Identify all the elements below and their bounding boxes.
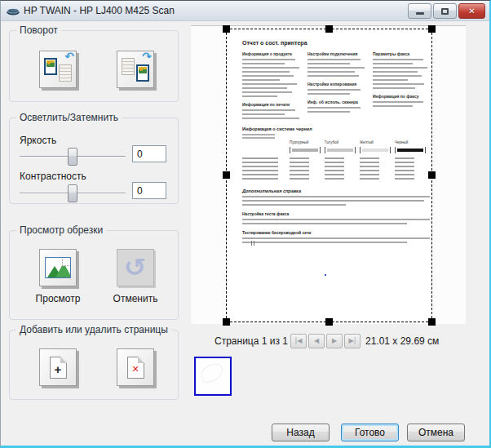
selection-handle[interactable] xyxy=(428,25,436,33)
rotate-right-button[interactable]: ↷ xyxy=(117,51,154,88)
scan-artifact-dot xyxy=(325,274,326,276)
page-nav-row: Страница 1 из 1 |◀ ◀ ▶ ▶| 21.01 x 29.69 … xyxy=(191,334,484,350)
crop-preview-icon xyxy=(45,257,71,278)
crop-undo-button-label: Отменить xyxy=(97,293,174,304)
scanner-app-icon xyxy=(7,4,20,17)
minimize-icon xyxy=(416,12,424,15)
scanned-doc-title: Отчет о сост. принтера xyxy=(242,40,307,46)
scanned-doc-column: Параметры факса Информация по факсу xyxy=(373,51,430,109)
delete-page-icon: ✕ xyxy=(127,357,144,379)
crop-undo-button[interactable]: ↺ xyxy=(117,249,154,286)
selection-handle[interactable] xyxy=(223,318,230,326)
maximize-icon xyxy=(441,8,449,15)
pages-group: Добавить или удалить страницы + ✕ xyxy=(9,330,179,400)
selection-handle[interactable] xyxy=(223,25,230,33)
selection-handle[interactable] xyxy=(223,171,230,179)
rotate-group: Поворот ↶ ↷ xyxy=(9,30,179,102)
maximize-button[interactable] xyxy=(433,3,457,19)
rotate-left-button[interactable]: ↶ xyxy=(39,51,77,88)
scan-preview-panel[interactable]: Отчет о сост. принтера Информация о прод… xyxy=(191,25,466,324)
scanned-doc-column: Информация о продукте Информация по печа… xyxy=(242,51,303,122)
selection-handle[interactable] xyxy=(325,25,333,33)
minimize-button[interactable] xyxy=(408,3,431,19)
scan-size-label: 21.01 x 29.69 см xyxy=(365,335,439,347)
cancel-button[interactable]: Отмена xyxy=(407,424,465,441)
hp-twain-window: HP TWAIN - HP LJ400 M425 Scan ✕ Поворот … xyxy=(0,0,491,448)
ink-level-bars xyxy=(242,147,430,153)
titlebar[interactable]: HP TWAIN - HP LJ400 M425 Scan ✕ xyxy=(1,1,489,21)
scanned-doc-column: Настройки подключения Настройки копирова… xyxy=(307,51,368,115)
contrast-slider-thumb[interactable] xyxy=(68,184,77,202)
selection-handle[interactable] xyxy=(325,318,333,326)
contrast-slider[interactable] xyxy=(20,184,126,202)
close-icon: ✕ xyxy=(468,7,475,16)
adjust-group: Осветлить/Затемнить Яркость Контрастност… xyxy=(9,118,179,204)
crop-group: Просмотр обрезки ↺ Просмотр Отменить xyxy=(9,230,179,320)
scanned-doc-ink-section: Информация о системе чернил Пурпурный Го… xyxy=(242,126,430,246)
selection-handle[interactable] xyxy=(428,318,436,326)
next-page-button[interactable]: ▶ xyxy=(326,334,343,348)
brightness-slider-thumb[interactable] xyxy=(68,148,77,166)
pages-group-title: Добавить или удалить страницы xyxy=(16,324,171,335)
page-status: Страница 1 из 1 xyxy=(215,335,288,347)
window-controls: ✕ xyxy=(408,3,485,19)
brightness-input[interactable] xyxy=(132,145,166,162)
page-thumbnail[interactable] xyxy=(194,357,232,396)
last-page-button[interactable]: ▶| xyxy=(344,334,361,348)
back-button[interactable]: Назад xyxy=(272,424,330,441)
contrast-label: Контрастность xyxy=(20,171,86,182)
previous-page-button[interactable]: ◀ xyxy=(308,334,325,348)
undo-icon: ↺ xyxy=(124,255,147,280)
contrast-input[interactable] xyxy=(132,182,166,199)
crop-preview-button[interactable] xyxy=(39,249,77,286)
delete-page-button[interactable]: ✕ xyxy=(117,348,154,386)
close-button[interactable]: ✕ xyxy=(458,3,485,19)
adjust-group-title: Осветлить/Затемнить xyxy=(16,112,122,123)
window-title: HP TWAIN - HP LJ400 M425 Scan xyxy=(24,5,175,16)
crop-selection-marquee[interactable]: Отчет о сост. принтера Информация о прод… xyxy=(226,29,432,322)
crop-group-title: Просмотр обрезки xyxy=(16,224,106,236)
crop-preview-button-label: Просмотр xyxy=(20,293,96,304)
done-button[interactable]: Готово xyxy=(341,424,399,441)
brightness-slider[interactable] xyxy=(20,148,126,166)
rotate-left-icon: ↶ xyxy=(44,57,72,82)
rotate-group-title: Поворот xyxy=(16,24,61,36)
rotate-right-icon: ↷ xyxy=(122,57,149,82)
add-page-icon: + xyxy=(50,357,67,379)
brightness-label: Яркость xyxy=(20,135,56,146)
add-page-button[interactable]: + xyxy=(39,348,77,386)
first-page-button[interactable]: |◀ xyxy=(290,334,307,348)
